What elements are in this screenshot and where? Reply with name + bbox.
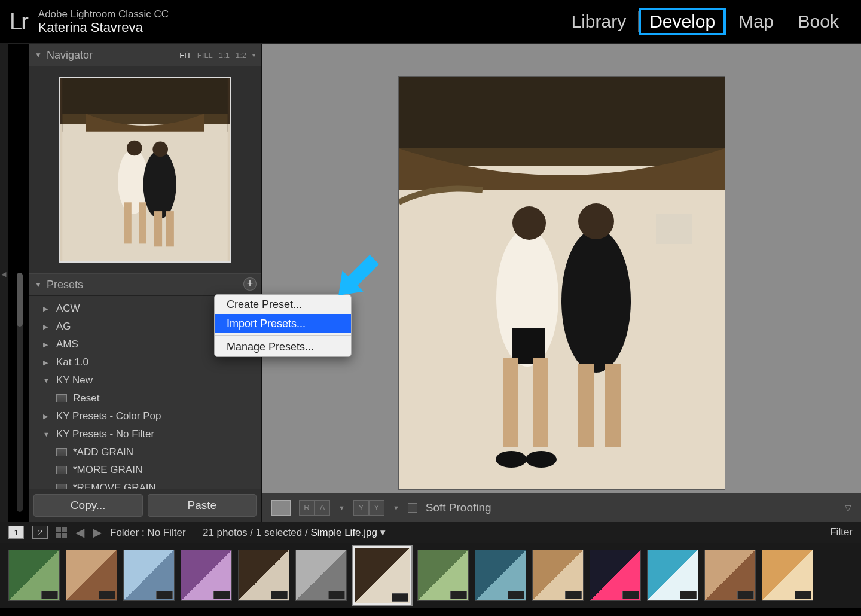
collapsed-arrow-icon: ▶ bbox=[43, 305, 51, 313]
filmstrip-thumb[interactable] bbox=[181, 550, 232, 601]
module-develop[interactable]: Develop bbox=[639, 8, 726, 35]
navigator-title: Navigator bbox=[47, 49, 93, 62]
toolbar-expand-icon[interactable]: ▽ bbox=[845, 503, 851, 513]
svg-point-19 bbox=[496, 451, 527, 468]
breadcrumb-filename: Simple Life.jpg bbox=[310, 527, 377, 538]
svg-rect-18 bbox=[533, 358, 548, 447]
zoom-1-1[interactable]: 1:1 bbox=[219, 51, 230, 60]
status-bar: 1 2 ◀ ▶ Folder : No Filter 21 photos / 1… bbox=[0, 522, 861, 543]
preset-context-menu: Create Preset... Import Presets... Manag… bbox=[214, 294, 352, 357]
new-preset-plus-icon[interactable]: + bbox=[243, 277, 257, 291]
preset-scrollbar-thumb[interactable] bbox=[17, 273, 23, 327]
svg-point-21 bbox=[561, 229, 631, 373]
photo-content-icon bbox=[399, 77, 725, 489]
compare-y2-icon[interactable]: Y bbox=[369, 500, 384, 516]
before-after-group: R A bbox=[299, 500, 330, 516]
preset-more-grain[interactable]: *MORE GRAIN bbox=[29, 461, 261, 479]
filmstrip-thumb[interactable] bbox=[353, 546, 411, 605]
thumb-badge-icon bbox=[450, 591, 467, 599]
disclosure-triangle-icon[interactable]: ▼ bbox=[35, 51, 42, 59]
preset-remove-grain[interactable]: *REMOVE GRAIN bbox=[29, 479, 261, 489]
navigator-preview[interactable] bbox=[59, 77, 231, 263]
menu-create-preset[interactable]: Create Preset... bbox=[215, 295, 351, 314]
left-edge-strip[interactable]: ◀ bbox=[0, 43, 8, 522]
menu-import-presets[interactable]: Import Presets... bbox=[215, 314, 351, 333]
yy-group: Y Y bbox=[353, 500, 384, 516]
navigator-header[interactable]: ▼ Navigator FIT FILL 1:1 1:2 ▾ bbox=[29, 44, 261, 66]
filmstrip[interactable] bbox=[0, 543, 861, 608]
thumb-badge-icon bbox=[795, 591, 811, 599]
preset-reset[interactable]: Reset bbox=[29, 389, 261, 407]
menu-manage-presets[interactable]: Manage Presets... bbox=[215, 337, 351, 356]
filmstrip-thumb[interactable] bbox=[532, 550, 584, 601]
preset-add-grain[interactable]: *ADD GRAIN bbox=[29, 443, 261, 461]
main-photo[interactable] bbox=[399, 77, 725, 489]
module-switcher: Library Develop Map Book bbox=[559, 8, 851, 35]
thumb-badge-icon bbox=[392, 593, 408, 602]
module-map[interactable]: Map bbox=[726, 9, 785, 34]
thumb-badge-icon bbox=[156, 591, 173, 599]
filmstrip-thumb[interactable] bbox=[8, 550, 60, 601]
preset-group-colorpop[interactable]: ▶KY Presets - Color Pop bbox=[29, 407, 261, 425]
breadcrumb-dropdown-icon[interactable]: ▾ bbox=[380, 527, 386, 538]
zoom-1-2[interactable]: 1:2 bbox=[236, 51, 246, 60]
zoom-dropdown-icon[interactable]: ▾ bbox=[252, 52, 255, 59]
filmstrip-thumb[interactable] bbox=[647, 550, 698, 601]
svg-point-4 bbox=[144, 150, 176, 219]
loupe-view-icon[interactable] bbox=[271, 500, 291, 516]
thumb-badge-icon bbox=[99, 591, 115, 599]
prev-photo-icon[interactable]: ◀ bbox=[75, 525, 84, 539]
panel-collapse-handle[interactable]: ◀ bbox=[1, 270, 6, 278]
svg-point-6 bbox=[152, 142, 168, 157]
zoom-fit[interactable]: FIT bbox=[179, 51, 191, 60]
filter-label[interactable]: Filter bbox=[830, 526, 853, 538]
module-separator bbox=[851, 11, 851, 32]
preset-group-kynew[interactable]: ▼KY New bbox=[29, 371, 261, 389]
yy-dropdown-icon[interactable]: ▼ bbox=[393, 504, 399, 511]
paste-button[interactable]: Paste bbox=[148, 494, 257, 517]
copy-button[interactable]: Copy... bbox=[33, 494, 143, 517]
filmstrip-thumb[interactable] bbox=[66, 550, 117, 601]
module-library[interactable]: Library bbox=[559, 9, 638, 34]
svg-rect-17 bbox=[503, 358, 518, 447]
svg-rect-23 bbox=[578, 364, 594, 447]
zoom-fill[interactable]: FILL bbox=[197, 51, 213, 60]
disclosure-triangle-icon[interactable]: ▼ bbox=[35, 280, 42, 289]
product-name: Adobe Lightroom Classic CC bbox=[38, 8, 169, 20]
svg-point-5 bbox=[127, 141, 142, 156]
filmstrip-thumb[interactable] bbox=[475, 550, 526, 601]
soft-proof-checkbox[interactable] bbox=[408, 503, 417, 513]
filmstrip-thumb[interactable] bbox=[762, 550, 813, 601]
before-after-r-icon[interactable]: R bbox=[299, 500, 315, 516]
navigator-zoom-options: FIT FILL 1:1 1:2 ▾ bbox=[179, 51, 255, 60]
filmstrip-thumb[interactable] bbox=[590, 550, 641, 601]
filmstrip-thumb[interactable] bbox=[123, 550, 175, 601]
module-book[interactable]: Book bbox=[786, 9, 851, 34]
grid-view-icon[interactable] bbox=[56, 527, 67, 538]
menu-divider bbox=[215, 335, 351, 336]
filmstrip-thumb[interactable] bbox=[704, 550, 756, 601]
before-after-a-icon[interactable]: A bbox=[315, 500, 330, 516]
preset-group-nofilter[interactable]: ▼KY Presets - No Filter bbox=[29, 425, 261, 443]
filmstrip-thumb[interactable] bbox=[238, 550, 289, 601]
screen-2-button[interactable]: 2 bbox=[32, 526, 48, 539]
filmstrip-thumb[interactable] bbox=[295, 550, 347, 601]
preview-thumbnail-icon bbox=[60, 78, 230, 261]
svg-point-16 bbox=[512, 206, 546, 240]
expanded-arrow-icon: ▼ bbox=[43, 431, 51, 438]
svg-point-20 bbox=[526, 451, 557, 468]
next-photo-icon[interactable]: ▶ bbox=[93, 525, 102, 539]
screen-1-button[interactable]: 1 bbox=[8, 526, 24, 539]
thumb-badge-icon bbox=[508, 591, 524, 599]
compare-y1-icon[interactable]: Y bbox=[353, 500, 369, 516]
filmstrip-thumb[interactable] bbox=[417, 550, 469, 601]
thumb-badge-icon bbox=[328, 591, 345, 599]
presets-title: Presets bbox=[47, 279, 83, 291]
before-after-dropdown-icon[interactable]: ▼ bbox=[338, 504, 345, 511]
preset-icon bbox=[56, 484, 67, 489]
image-canvas[interactable]: R A ▼ Y Y ▼ Soft Proofing ▽ bbox=[262, 44, 861, 522]
breadcrumb[interactable]: Folder : No Filter 21 photos / 1 selecte… bbox=[110, 526, 386, 539]
expanded-arrow-icon: ▼ bbox=[43, 377, 51, 384]
breadcrumb-folder: Folder : No Filter bbox=[110, 527, 186, 538]
presets-header[interactable]: ▼ Presets + bbox=[29, 273, 261, 296]
